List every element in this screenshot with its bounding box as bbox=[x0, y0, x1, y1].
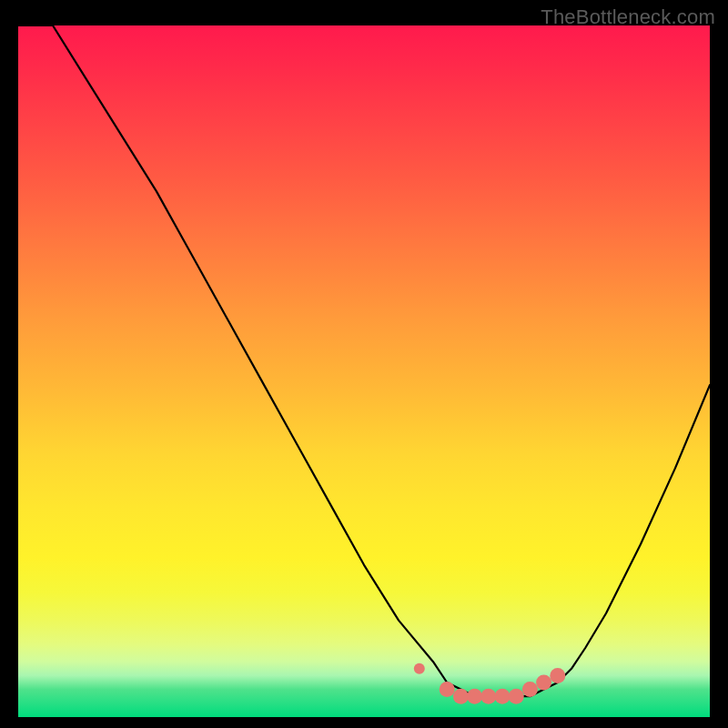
watermark-text: TheBottleneck.com bbox=[541, 5, 715, 29]
plot-area bbox=[18, 25, 710, 717]
highlight-point bbox=[480, 689, 496, 704]
highlight-point bbox=[440, 682, 455, 697]
highlight-markers bbox=[18, 25, 710, 717]
highlight-point bbox=[467, 689, 482, 704]
highlight-point bbox=[414, 663, 425, 674]
highlight-point bbox=[550, 668, 565, 683]
highlight-point bbox=[522, 682, 538, 697]
highlight-point bbox=[495, 689, 511, 704]
highlight-point bbox=[536, 675, 551, 691]
highlight-point bbox=[509, 689, 524, 704]
highlight-point bbox=[453, 689, 469, 704]
